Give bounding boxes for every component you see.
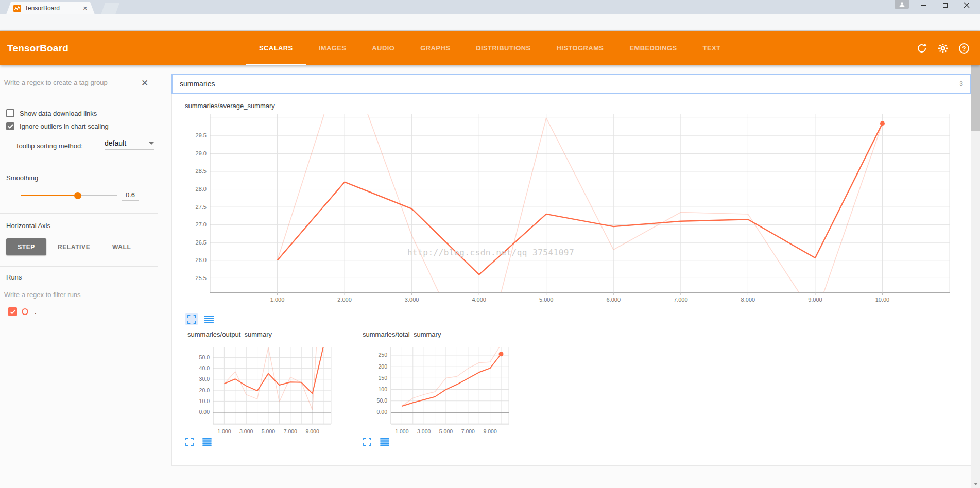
tab-distributions[interactable]: DISTRIBUTIONS (463, 31, 543, 65)
tab-images[interactable]: IMAGES (306, 31, 359, 65)
axis-relative-button[interactable]: RELATIVE (53, 238, 95, 255)
runs-label: Runs (6, 273, 22, 281)
chart-title-average: summaries/average_summary (185, 102, 275, 110)
window-maximize-button[interactable] (937, 0, 953, 10)
svg-text:9.000: 9.000 (808, 297, 822, 303)
tag-group-count-badge: 3 (959, 80, 963, 88)
svg-text:28.5: 28.5 (196, 168, 207, 174)
tab-audio[interactable]: AUDIO (359, 31, 407, 65)
slider-thumb[interactable] (74, 192, 81, 199)
page-scrollbar[interactable] (971, 31, 980, 488)
svg-text:10.0: 10.0 (199, 398, 210, 404)
tooltip-sorting-label: Tooltip sorting method: (15, 142, 83, 150)
svg-text:9.000: 9.000 (483, 428, 496, 434)
svg-text:28.0: 28.0 (196, 186, 207, 192)
chart-data-options-icon[interactable] (203, 313, 215, 325)
svg-text:4.000: 4.000 (472, 297, 486, 303)
svg-text:1.000: 1.000 (217, 428, 231, 434)
divider (0, 163, 158, 163)
chart-title-total: summaries/total_summary (363, 330, 441, 338)
window-minimize-button[interactable] (916, 0, 931, 10)
expand-chart-icon[interactable] (361, 435, 373, 448)
tab-title: TensorBoard (25, 5, 80, 12)
svg-text:0.00: 0.00 (199, 409, 210, 415)
dashboard-nav: SCALARS IMAGES AUDIO GRAPHS DISTRIBUTION… (246, 31, 733, 65)
chart-total-summary[interactable]: 1.0003.0005.0007.0009.0000.0050.01001502… (359, 343, 514, 435)
svg-text:9.000: 9.000 (305, 428, 319, 434)
svg-text:27.5: 27.5 (196, 204, 207, 210)
svg-text:26.5: 26.5 (196, 239, 207, 246)
svg-text:10.00: 10.00 (875, 297, 890, 303)
svg-text:150: 150 (378, 375, 387, 381)
new-tab-button[interactable] (101, 3, 119, 14)
profile-icon[interactable] (895, 0, 909, 9)
checkbox-checked-icon (6, 122, 14, 130)
svg-text:5.000: 5.000 (439, 428, 453, 434)
svg-text:5.000: 5.000 (262, 428, 275, 434)
svg-text:30.0: 30.0 (199, 376, 210, 382)
chart-data-options-icon[interactable] (201, 435, 213, 448)
show-download-links-checkbox[interactable]: Show data download links (6, 109, 97, 117)
refresh-icon[interactable] (916, 43, 927, 54)
checkbox-unchecked-icon (6, 109, 14, 117)
watermark-text: http://blog.csdn.net/qq_37541097 (403, 248, 578, 257)
settings-gear-icon[interactable] (937, 43, 949, 54)
svg-text:6.000: 6.000 (607, 297, 621, 303)
chevron-down-icon (149, 142, 154, 145)
clear-filter-icon[interactable]: ✕ (141, 78, 148, 89)
chart-output-summary[interactable]: 1.0003.0005.0007.0009.0000.0010.020.030.… (182, 343, 336, 435)
svg-text:0.00: 0.00 (377, 409, 388, 415)
sidebar: ✕ Show data download links Ignore outlie… (0, 65, 158, 488)
browser-tab-strip: TensorBoard ✕ (0, 0, 980, 14)
svg-text:40.0: 40.0 (199, 365, 210, 371)
chart-data-options-icon[interactable] (379, 435, 391, 448)
axis-step-button[interactable]: STEP (6, 238, 46, 255)
slider-fill (21, 195, 78, 196)
tab-embeddings[interactable]: EMBEDDINGS (616, 31, 690, 65)
browser-tab[interactable]: TensorBoard ✕ (6, 2, 95, 14)
svg-text:100: 100 (378, 386, 387, 392)
tensorboard-header: TensorBoard SCALARS IMAGES AUDIO GRAPHS … (0, 31, 980, 65)
svg-text:200: 200 (378, 363, 387, 370)
svg-text:250: 250 (378, 352, 387, 358)
svg-text:50.0: 50.0 (377, 397, 388, 404)
tag-filter-input[interactable] (4, 77, 133, 89)
svg-text:26.0: 26.0 (196, 257, 207, 263)
expand-chart-icon[interactable] (183, 435, 196, 448)
svg-text:1.000: 1.000 (270, 297, 285, 303)
window-close-button[interactable] (959, 0, 974, 10)
axis-wall-button[interactable]: WALL (101, 238, 142, 255)
smoothing-label: Smoothing (6, 174, 38, 182)
svg-text:7.000: 7.000 (461, 428, 475, 434)
help-icon[interactable]: ? (958, 43, 970, 54)
smoothing-slider[interactable] (21, 195, 117, 196)
smoothing-value-input[interactable]: 0.6 (122, 191, 139, 201)
svg-text:50.0: 50.0 (199, 354, 210, 360)
expand-chart-icon[interactable] (185, 313, 198, 325)
tab-scalars[interactable]: SCALARS (246, 31, 306, 65)
tab-graphs[interactable]: GRAPHS (407, 31, 463, 65)
tag-group-header[interactable]: summaries 3 (171, 74, 971, 94)
tooltip-sorting-select[interactable]: default (105, 139, 154, 150)
scroll-down-icon[interactable] (971, 480, 980, 488)
runs-filter-input[interactable] (4, 289, 153, 301)
svg-text:8.000: 8.000 (741, 297, 755, 303)
scrollbar-thumb[interactable] (971, 59, 980, 131)
svg-text:20.0: 20.0 (199, 387, 210, 393)
chart-title-output: summaries/output_summary (187, 330, 272, 338)
ignore-outliers-checkbox[interactable]: Ignore outliers in chart scaling (6, 122, 109, 130)
svg-text:29.0: 29.0 (196, 150, 207, 156)
svg-text:1.000: 1.000 (395, 428, 408, 434)
svg-text:3.000: 3.000 (417, 428, 431, 434)
svg-text:2.000: 2.000 (337, 297, 352, 303)
chart-average-summary[interactable]: 1.0002.0003.0004.0005.0006.0007.0008.000… (186, 113, 958, 308)
tab-text[interactable]: TEXT (690, 31, 734, 65)
tag-group-name: summaries (180, 80, 215, 88)
tab-close-icon[interactable]: ✕ (83, 5, 88, 12)
svg-text:?: ? (962, 45, 966, 52)
run-checkbox[interactable] (8, 307, 17, 316)
tag-group-card: summaries 3 summaries/average_summary 1.… (171, 74, 971, 466)
svg-text:25.5: 25.5 (196, 275, 207, 281)
tab-histograms[interactable]: HISTOGRAMS (544, 31, 617, 65)
horizontal-axis-label: Horizontal Axis (6, 222, 50, 230)
